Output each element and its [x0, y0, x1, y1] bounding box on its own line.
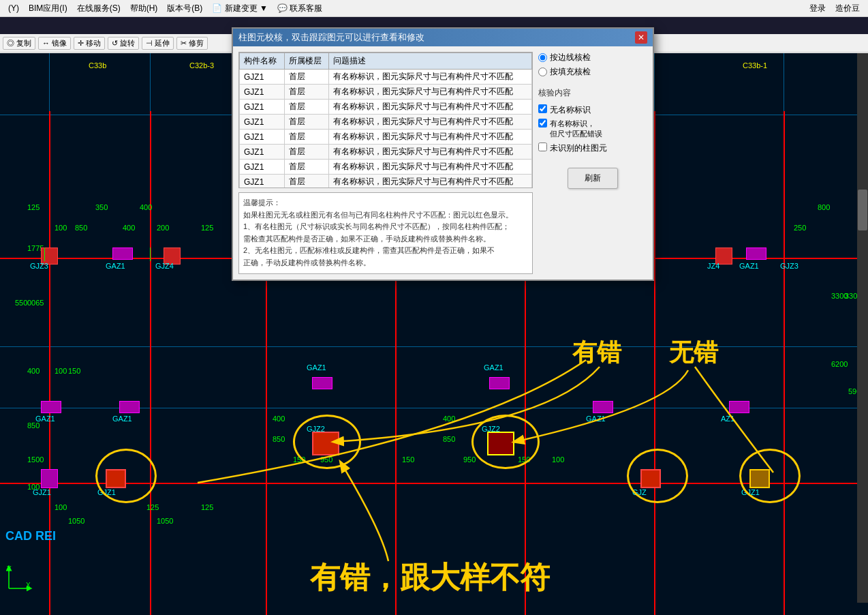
svg-text:X: X [26, 582, 31, 589]
label-gaz1-mid-l2: GAZ1 [112, 415, 132, 423]
menu-bar: (Y) BIM应用(I) 在线服务(S) 帮助(H) 版本号(B) 📄 新建变更… [0, 0, 868, 17]
issue-table: 构件名称 所属楼层 问题描述 GJZ1 首层 有名称标识，图元实际尺寸与已有构件… [239, 52, 532, 188]
table-row[interactable]: GJZ1 首层 有名称标识，图元实际尺寸与已有构件尺寸不匹配 [240, 145, 532, 160]
btn-rotate[interactable]: ↺ 旋转 [108, 37, 139, 50]
col-gjz1-left [41, 469, 58, 488]
cb-unnamed[interactable]: 无名称标识 [538, 104, 647, 116]
cell-floor: 首层 [284, 160, 329, 175]
radio-edge-input[interactable] [538, 53, 547, 62]
dim-800-r: 800 [818, 203, 830, 211]
refresh-button[interactable]: 刷新 [568, 168, 618, 189]
col-gaz1-top-r [746, 247, 766, 260]
table-row[interactable]: GJZ1 首层 有名称标识，图元实际尺寸与已有构件尺寸不匹配 [240, 70, 532, 85]
cell-name: GJZ1 [240, 130, 285, 145]
cell-name: GJZ1 [240, 160, 285, 175]
verify-content-group: 无名称标识 有名称标识，但尺寸匹配错误 未识别的柱图元 [538, 104, 647, 154]
dim-400-4: 400 [443, 415, 455, 423]
dim-350-1: 350 [95, 203, 108, 211]
dim-150-3: 150 [402, 455, 414, 464]
radio-fill[interactable]: 按填充核检 [538, 66, 647, 78]
cell-desc: 有名称标识，图元实际尺寸与已有构件尺寸不匹配 [329, 175, 532, 189]
label-gjz3: GJZ3 [30, 262, 48, 270]
btn-trim[interactable]: ✂ 修剪 [176, 37, 208, 50]
menu-version[interactable]: 版本号(B) [163, 1, 206, 16]
cell-desc: 有名称标识，图元实际尺寸与已有构件尺寸不匹配 [329, 85, 532, 100]
table-wrapper[interactable]: 构件名称 所属楼层 问题描述 GJZ1 首层 有名称标识，图元实际尺寸与已有构件… [238, 52, 533, 188]
table-row[interactable]: GJZ1 首层 有名称标识，图元实际尺寸与已有构件尺寸不匹配 [240, 175, 532, 189]
cell-desc: 有名称标识，图元实际尺寸与已有构件尺寸不匹配 [329, 160, 532, 175]
cb-named-mismatch-label: 有名称标识，但尺寸匹配错误 [550, 119, 602, 140]
dim-125-1: 125 [201, 224, 213, 232]
cell-floor: 首层 [284, 100, 329, 115]
cell-name: GJZ1 [240, 100, 285, 115]
dialog-close-button[interactable]: ✕ [635, 31, 647, 44]
menu-online[interactable]: 在线服务(S) [73, 1, 125, 16]
table-row[interactable]: GJZ1 首层 有名称标识，图元实际尺寸与已有构件尺寸不匹配 [240, 160, 532, 175]
menu-bim[interactable]: BIM应用(I) [25, 1, 72, 16]
btn-move[interactable]: ✛ 移动 [74, 37, 105, 50]
cell-name: GJZ1 [240, 70, 285, 85]
table-row[interactable]: GJZ1 首层 有名称标识，图元实际尺寸与已有构件尺寸不匹配 [240, 100, 532, 115]
cb-unrecognized[interactable]: 未识别的柱图元 [538, 142, 647, 154]
dim-1500-l: 1500 [27, 455, 44, 464]
label-gaz1-top1: GAZ1 [106, 262, 125, 270]
menu-price[interactable]: 造价豆 [831, 1, 864, 16]
cb-unrecognized-input[interactable] [538, 142, 547, 151]
dim-125-l: 125 [27, 203, 40, 211]
dim-tick-2 [150, 247, 151, 261]
menu-y[interactable]: (Y) [4, 2, 23, 14]
vscroll[interactable] [857, 53, 868, 603]
col-header-floor: 所属楼层 [284, 53, 329, 70]
cell-floor: 首层 [284, 175, 329, 189]
svg-text:Y: Y [7, 565, 12, 573]
struct-v-2 [150, 111, 151, 615]
cell-name: GJZ1 [240, 115, 285, 130]
radio-edge[interactable]: 按边线核检 [538, 52, 647, 63]
dim-400-2: 400 [140, 203, 152, 211]
radio-fill-label: 按填充核检 [550, 66, 591, 78]
btn-mirror[interactable]: ↔ 镜像 [38, 37, 71, 50]
grid-label-c33b: C33b [89, 61, 106, 70]
label-gjz4: GJZ4 [155, 262, 174, 270]
table-row[interactable]: GJZ1 首层 有名称标识，图元实际尺寸与已有构件尺寸不匹配 [240, 115, 532, 130]
cell-desc: 有名称标识，图元实际尺寸与已有构件尺寸不匹配 [329, 145, 532, 160]
dim-150-1: 150 [68, 367, 80, 375]
btn-extend[interactable]: ⊣ 延伸 [142, 37, 174, 50]
menu-contact[interactable]: 💬 联系客服 [273, 1, 326, 16]
cell-desc: 有名称标识，图元实际尺寸与已有构件尺寸不匹配 [329, 130, 532, 145]
menu-new-change[interactable]: 📄 新建变更 ▼ [208, 1, 272, 16]
radio-fill-input[interactable] [538, 68, 547, 76]
col-gaz1-mid-l2 [119, 401, 140, 413]
annot-dayan: 有错，跟大样不符 [310, 558, 550, 598]
dialog-body: 构件名称 所属楼层 问题描述 GJZ1 首层 有名称标识，图元实际尺寸与已有构件… [233, 46, 653, 280]
dim-400-3: 400 [273, 415, 285, 423]
cell-desc: 有名称标识，图元实际尺寸与已有构件尺寸不匹配 [329, 115, 532, 130]
cb-named-mismatch-input[interactable] [538, 119, 547, 127]
label-gaz1-mid: GAZ1 [307, 363, 326, 372]
dim-1050-1: 1050 [68, 517, 84, 525]
dim-0065-l: 0065 [27, 299, 44, 307]
menu-login[interactable]: 登录 [805, 1, 830, 16]
table-row[interactable]: GJZ1 首层 有名称标识，图元实际尺寸与已有构件尺寸不匹配 [240, 130, 532, 145]
tips-line: 正确，手动反建构件或替换构件名称。 [243, 257, 528, 269]
dim-125-2: 125 [146, 503, 159, 511]
struct-v-6 [654, 111, 655, 615]
vscroll-thumb[interactable] [858, 190, 867, 230]
cb-named-mismatch[interactable]: 有名称标识，但尺寸匹配错误 [538, 119, 647, 140]
col-header-desc: 问题描述 [329, 53, 532, 70]
btn-copy[interactable]: ◎ 复制 [3, 37, 35, 50]
dim-100-3: 100 [552, 455, 564, 464]
dialog-column-verify: 柱图元校核，双击跟踪图元可以进行查看和修改 ✕ 构件名称 所属楼层 问题描述 G… [232, 27, 654, 281]
cb-unnamed-input[interactable] [538, 104, 547, 113]
verify-method-group: 按边线核检 按填充核检 [538, 52, 647, 78]
dim-850-3: 850 [443, 435, 455, 443]
col-header-name: 构件名称 [240, 53, 285, 70]
dim-tick-1 [44, 247, 45, 261]
col-gaz1-top1 [112, 247, 133, 260]
dim-400-1: 400 [123, 224, 135, 232]
tips-content: 如果柱图元无名或柱图元有名但与已有同名柱构件尺寸不匹配：图元以红色显示。1、有名… [243, 209, 528, 269]
menu-help[interactable]: 帮助(H) [126, 1, 162, 16]
table-row[interactable]: GJZ1 首层 有名称标识，图元实际尺寸与已有构件尺寸不匹配 [240, 85, 532, 100]
label-gaz1-r-mid: GAZ1 [586, 415, 606, 423]
tips-line: 1、有名柱图元（尺寸标识或实长与同名构件尺寸不匹配），按同名柱构件匹配； [243, 221, 528, 233]
